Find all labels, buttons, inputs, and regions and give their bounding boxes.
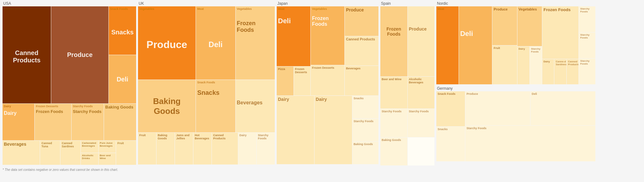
tile-snack-foods-germany: Snack Foods: [436, 91, 465, 126]
tile-deli-label: Deli: [110, 56, 135, 102]
tile-starchy-nordic: Starchy Foods: [530, 46, 542, 84]
region-germany: Germany Snack Foods Snacks Produce: [436, 86, 595, 161]
tile-fruit-uk: Fruit: [138, 133, 156, 164]
tile-snack-foods-germany-label: Snack Foods: [438, 92, 455, 95]
region-nordic-label: Nordic: [436, 1, 595, 6]
tile-dairy2-japan-label: Dairy: [316, 97, 327, 102]
tile-dairy-uk-label: Dairy: [239, 134, 247, 137]
footnote: * The data set contains negative or zero…: [3, 168, 641, 172]
tile-alcoholic-spain-label: Alcoholic Beverages: [409, 78, 433, 84]
tile-beverages-japan: Beverages: [345, 66, 378, 95]
tile-deli-uk: Meat Deli: [196, 6, 235, 80]
tile-canned-products-usa: Canned Shrimp CannedProducts: [3, 6, 51, 103]
tile-deli-japan: Meat Deli: [277, 6, 310, 66]
tile-dairy-small-label: Dairy: [4, 105, 11, 108]
charts-row: USA Canned Shrimp CannedProducts Produce: [3, 1, 641, 167]
tile-canned-japan-label: Canned Products: [346, 37, 375, 41]
tile-starchy2-nordic: Starchy Foods: [579, 6, 595, 32]
tile-fruit-usa: Fruit: [116, 141, 136, 165]
tile-frozen-desserts2-japan: Frozen Desserts: [311, 65, 344, 95]
tile-starchy-usa: Starchy Foods Starchy Foods: [72, 104, 104, 140]
tile-beverages-japan-label: Beverages: [346, 67, 361, 70]
tile-dairy2-nordic: Dairy: [542, 59, 554, 84]
tile-beer-spain-label: Beer and Wine: [382, 78, 401, 81]
tile-carbonated-bev-usa: Carbonated Beverages: [81, 141, 98, 153]
tile-canned-shrimp-label: Canned Shrimp: [4, 7, 24, 10]
tile-vegetables-nordic: Vegetables: [517, 6, 542, 46]
tile-vegetables-uk2-label: Vegetables: [237, 7, 252, 10]
tile-alcoholic-drinks-usa: Alcoholic Drinks: [81, 153, 98, 165]
tile-produce-label: Produce: [52, 7, 107, 102]
tile-meat-japan-label: Meat: [278, 7, 285, 10]
tile-beer-wine-label: Beer and Wine: [100, 154, 115, 160]
tile-meat-nordic: Meat: [436, 6, 459, 84]
region-japan-label: Japan: [277, 1, 378, 6]
tile-produce-germany: Produce: [465, 91, 530, 125]
tile-starchy3-nordic-label: Starchy Foods: [580, 33, 594, 39]
tile-frozen-foods-uk-label: Frozen Foods: [237, 20, 274, 33]
tile-deli-germany: Deli: [530, 91, 595, 125]
region-japan: Japan Meat Deli Pizza Frozen: [277, 1, 378, 167]
tile-beer-spain: Beer and Wine: [380, 77, 407, 108]
region-spain: Spain Frozen Foods Produce Beer and Wine: [380, 1, 434, 167]
tile-frozen-foods-label: Frozen Foods: [36, 109, 63, 114]
tile-dairy-label: Dairy: [4, 110, 17, 116]
tile-baking-japan-label: Baking Goods: [354, 143, 373, 146]
tile-canned-products-label: CannedProducts: [4, 10, 50, 102]
tile-beer-wine-usa: Beer and Wine: [99, 153, 116, 165]
tile-produce-uk: Vegetables Produce: [138, 6, 196, 80]
tile-starchy-germany: Starchy Foods: [465, 126, 595, 162]
tile-dairy-japan: Dairy: [277, 96, 314, 164]
tile-hot-bev-uk: Hot Beverages: [193, 133, 211, 164]
tile-deli-usa: Deli: [109, 55, 136, 103]
tile-fruit-nordic: Fruit: [492, 46, 517, 84]
tile-produce-spain-label: Produce: [409, 26, 427, 32]
tile-snacks-usa: Snack Foods Snacks: [109, 6, 136, 55]
region-spain-label: Spain: [380, 1, 434, 6]
tile-canned-uk-label: Canned Products: [213, 134, 237, 140]
tile-jams-uk: Jams and Jellies: [175, 133, 193, 164]
tile-frozen-desserts-japan: Frozen Desserts: [294, 66, 311, 95]
main-container: USA Canned Shrimp CannedProducts Produce: [0, 0, 644, 173]
tile-canned-uk: Canned Products: [212, 133, 238, 164]
tile-dairy2-nordic-label: Dairy: [544, 60, 550, 63]
tile-snacks-label: Snacks: [110, 10, 135, 54]
tile-starchy2-nordic-label: Starchy Foods: [580, 7, 594, 13]
tile-frozen-nordic-label: Frozen Foods: [544, 7, 571, 12]
tile-deli-nordic-label: Deli: [460, 30, 473, 38]
region-usa: USA Canned Shrimp CannedProducts Produce: [3, 1, 136, 167]
tile-baking-small-uk: Baking Goods: [156, 133, 175, 164]
tile-frozen-nordic: Frozen Foods: [542, 6, 578, 59]
tile-canned-sardines-label: Canned Sardines: [62, 142, 79, 148]
tile-canned-products-nordic-label: Canned Products: [568, 60, 579, 66]
tile-baking-spain-label: Baking Goods: [382, 138, 401, 142]
tile-frozen-small-label: Frozen Desserts: [36, 105, 58, 108]
nordic-germany-column: Nordic Meat Deli Produce Fruit: [436, 1, 595, 167]
region-uk: UK Vegetables Produce Meat Deli Vegetabl…: [138, 1, 275, 167]
tile-snacks-japan: Snacks: [352, 96, 378, 118]
region-uk-label: UK: [138, 1, 275, 6]
tile-baking-spain: Baking Goods: [380, 137, 407, 166]
region-usa-label: USA: [3, 1, 136, 6]
tile-snacks-uk: Snack Foods Snacks: [196, 80, 235, 132]
tile-produce-nordic: Produce: [492, 6, 517, 45]
tile-baking-goods-label: Baking Goods: [105, 105, 133, 109]
tile-baking-japan: Baking Goods: [352, 142, 378, 164]
tile-starchy3-nordic: Starchy Foods: [579, 32, 595, 58]
tile-starchy1-spain-label: Starchy Foods: [382, 110, 402, 113]
tile-starchy-nordic-label: Starchy Foods: [531, 47, 541, 53]
tile-canned-japan: Canned Products: [345, 36, 378, 66]
tile-frozen-japan-label: Frozen Foods: [312, 16, 343, 27]
tile-dairy-usa: Dairy Dairy: [3, 104, 34, 140]
tile-pizza-japan: Pizza: [277, 66, 294, 95]
tile-frozen-uk: Vegetables Frozen Foods: [236, 6, 275, 80]
tile-pure-juice-label: Pure Juice Beverages: [100, 142, 115, 147]
tile-hot-bev-uk-label: Hot Beverages: [195, 134, 210, 140]
tile-canned-tuna-label: Canned Tuna: [41, 142, 59, 148]
tile-canned-sardines-usa: Canned Sardines: [60, 141, 80, 165]
tile-produce-japan: Produce: [345, 6, 378, 36]
tile-starchy-foods-label: Starchy Foods: [73, 109, 101, 114]
tile-deli-germany-label: Deli: [532, 92, 537, 95]
tile-baking-usa: Baking Goods: [104, 104, 136, 140]
tile-alcoholic-spain: Alcoholic Beverages: [408, 77, 435, 108]
